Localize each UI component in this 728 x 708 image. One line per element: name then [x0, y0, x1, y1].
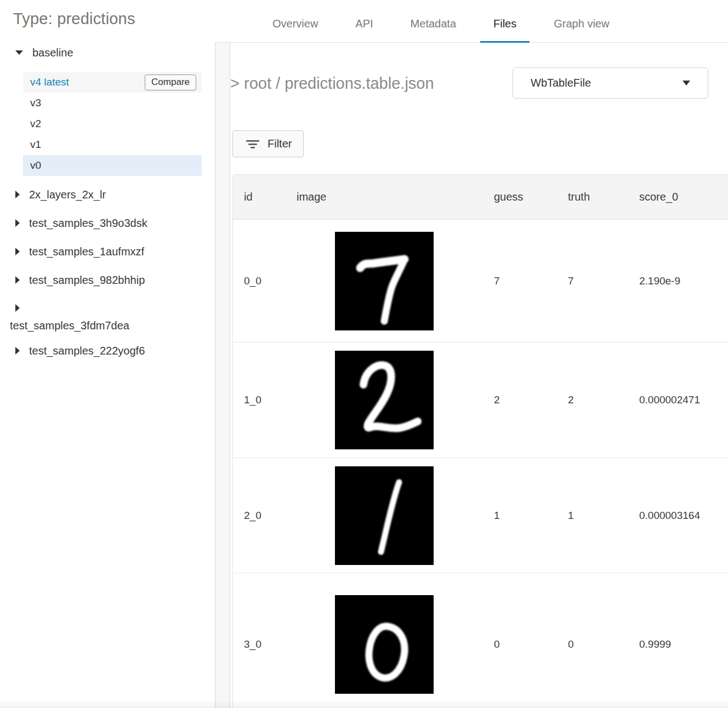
cell-guess: 0 [483, 573, 557, 708]
digit-image-2 [335, 351, 434, 449]
cell-guess: 2 [483, 342, 557, 458]
tab-graph-view[interactable]: Graph view [541, 7, 622, 43]
tree-item-label: test_samples_3h9o3dsk [29, 217, 147, 230]
cell-score-0: 0.9999 [628, 573, 728, 708]
tree-item-test-samples-1aufmxzf[interactable]: test_samples_1aufmxzf [0, 237, 215, 266]
tree-item-baseline[interactable]: baseline [0, 42, 215, 63]
version-label: v2 [30, 118, 41, 130]
chevron-down-icon [682, 81, 690, 85]
cell-truth: 2 [557, 342, 628, 458]
version-item-v4[interactable]: v4 latest Compare [23, 72, 202, 93]
chevron-right-icon [15, 191, 20, 198]
cell-image [286, 342, 483, 458]
cell-id: 1_0 [233, 342, 286, 458]
chevron-right-icon [15, 304, 20, 312]
column-header-truth[interactable]: truth [557, 175, 628, 219]
tree-item-label: test_samples_982bhhip [29, 274, 145, 287]
version-list: v4 latest Compare v3 v2 v1 v0 [0, 72, 215, 176]
tab-api[interactable]: API [342, 7, 386, 43]
version-item-v2[interactable]: v2 [23, 113, 202, 134]
digit-image-1 [335, 466, 434, 565]
version-label: v3 [30, 97, 41, 109]
files-content: > root / predictions.table.json WbTableF… [230, 67, 728, 708]
cell-guess: 1 [483, 458, 557, 573]
version-item-v1[interactable]: v1 [23, 134, 202, 155]
cell-score-0: 2.190e-9 [628, 220, 728, 342]
table-header-row: id image guess truth score_0 [233, 175, 728, 220]
digit-image-0 [335, 595, 434, 694]
table-row[interactable]: 1_0 2 2 0.000002471 [233, 342, 728, 458]
digit-image-7 [335, 232, 434, 330]
artifact-list: 2x_layers_2x_lr test_samples_3h9o3dsk te… [0, 180, 215, 365]
tab-metadata[interactable]: Metadata [397, 7, 469, 43]
cell-score-0: 0.000003164 [628, 458, 728, 573]
cell-image [286, 220, 483, 342]
tree-item-label: baseline [32, 47, 73, 59]
tree-item-test-samples-222yogf6[interactable]: test_samples_222yogf6 [0, 336, 215, 365]
sidebar-title: Type: predictions [0, 0, 215, 28]
tree-item-test-samples-982bhhip[interactable]: test_samples_982bhhip [0, 266, 215, 294]
column-header-guess[interactable]: guess [483, 175, 557, 219]
tree-item-label: 2x_layers_2x_lr [29, 189, 106, 201]
cell-guess: 7 [483, 220, 557, 342]
tree-item-label: test_samples_1aufmxzf [29, 245, 144, 258]
chevron-right-icon [15, 219, 20, 227]
column-header-id[interactable]: id [233, 175, 286, 219]
version-label: v4 latest [30, 76, 69, 88]
cell-id: 2_0 [233, 458, 286, 573]
tree-item-label: test_samples_222yogf6 [29, 345, 145, 357]
cell-truth: 1 [557, 458, 628, 573]
table-row[interactable]: 2_0 1 1 0.000003164 [233, 458, 728, 573]
table-row[interactable]: 0_0 7 7 2.190e-9 [233, 220, 728, 342]
file-type-dropdown-value: WbTableFile [531, 77, 591, 89]
table-row[interactable]: 3_0 0 0 0.9999 [233, 573, 728, 708]
tree-item-label: test_samples_3fdm7dea [10, 315, 215, 336]
cell-image [286, 573, 483, 708]
cell-truth: 7 [557, 220, 628, 342]
artifact-browser: Type: predictions baseline v4 latest Com… [0, 0, 728, 708]
compare-button[interactable]: Compare [145, 75, 196, 90]
file-type-dropdown[interactable]: WbTableFile [513, 67, 708, 99]
tab-files[interactable]: Files [480, 7, 530, 43]
column-header-image[interactable]: image [286, 175, 483, 219]
tree-item-2x-layers-2x-lr[interactable]: 2x_layers_2x_lr [0, 180, 215, 209]
tree-item-test-samples-3h9o3dsk[interactable]: test_samples_3h9o3dsk [0, 209, 215, 237]
chevron-down-icon [15, 50, 23, 55]
version-item-v0[interactable]: v0 [23, 155, 202, 176]
cell-id: 3_0 [233, 573, 286, 708]
tab-overview[interactable]: Overview [259, 7, 331, 43]
version-item-v3[interactable]: v3 [23, 93, 202, 113]
chevron-right-icon [15, 248, 20, 255]
artifact-tree: baseline v4 latest Compare v3 v2 v1 v0 [0, 42, 215, 365]
filter-button-label: Filter [268, 138, 292, 150]
main-panel: Overview API Metadata Files Graph view >… [215, 0, 728, 708]
cell-score-0: 0.000002471 [628, 342, 728, 458]
version-label: v0 [30, 159, 41, 172]
tree-item-test-samples-3fdm7dea[interactable]: test_samples_3fdm7dea [0, 294, 215, 336]
chevron-right-icon [15, 347, 20, 355]
column-header-score-0[interactable]: score_0 [628, 175, 728, 219]
chevron-right-icon [15, 276, 20, 284]
filter-button[interactable]: Filter [232, 130, 304, 157]
cell-image [286, 458, 483, 573]
version-label: v1 [30, 139, 41, 151]
tab-bar: Overview API Metadata Files Graph view [215, 0, 728, 43]
cell-truth: 0 [557, 573, 628, 708]
sidebar: Type: predictions baseline v4 latest Com… [0, 0, 215, 708]
predictions-table: id image guess truth score_0 0_0 [232, 174, 728, 708]
cell-id: 0_0 [233, 220, 286, 342]
filter-icon [246, 139, 260, 149]
